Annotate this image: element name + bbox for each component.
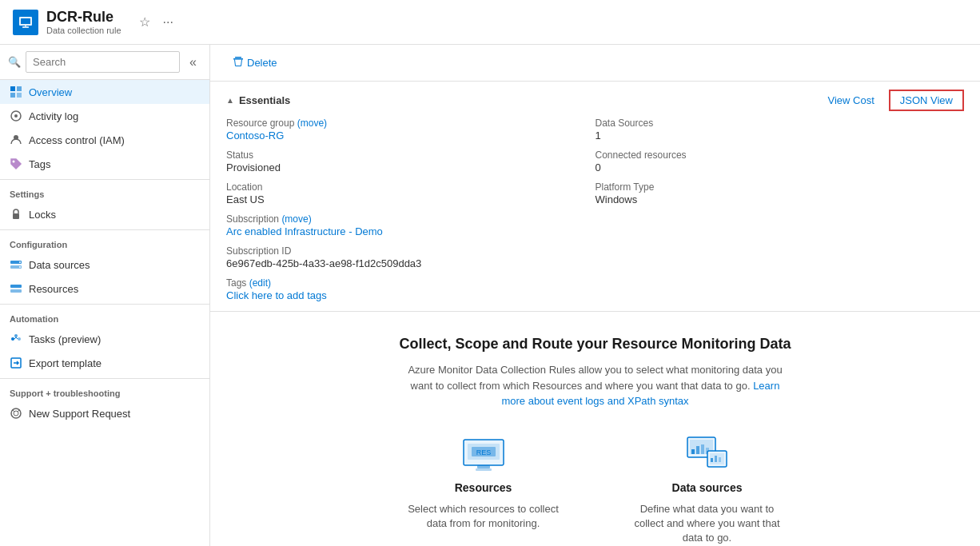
field-label-tags: Tags (edit) [226, 277, 596, 289]
section-automation: Automation [0, 304, 209, 327]
svg-rect-29 [233, 58, 243, 60]
svg-rect-30 [235, 57, 241, 58]
sidebar-tags-label: Tags [29, 158, 50, 170]
essentials-chevron: ▲ [226, 96, 234, 105]
field-label-rg: Resource group (move) [226, 118, 596, 129]
field-value-location: East US [226, 193, 596, 205]
add-tags-link[interactable]: Click here to add tags [226, 289, 596, 301]
resources-card-desc: Select which resources to collect data f… [404, 502, 564, 531]
favorite-button[interactable]: ☆ [136, 13, 153, 31]
svg-rect-18 [10, 289, 22, 293]
svg-point-19 [11, 337, 14, 341]
view-cost-button[interactable]: View Cost [819, 90, 882, 111]
toolbar: Delete [210, 45, 980, 82]
content-area: Delete ▲ Essentials View Cost JSON View … [210, 45, 980, 546]
sidebar-item-data-sources[interactable]: Data sources [0, 253, 209, 277]
resources-icon [10, 282, 22, 295]
search-icon: 🔍 [8, 56, 21, 68]
field-value-pt: Windows [596, 193, 965, 205]
svg-rect-34 [477, 465, 490, 468]
sidebar-item-tags[interactable]: Tags [0, 152, 209, 176]
subscription-link[interactable]: Arc enabled Infrastructure - Demo [226, 225, 596, 237]
field-label-pt: Platform Type [596, 181, 965, 193]
learn-more-link[interactable]: Learn more about event logs and XPath sy… [501, 380, 779, 408]
collapse-button[interactable]: « [185, 54, 201, 71]
sidebar-activity-label: Activity log [29, 110, 78, 122]
sidebar-tasks-label: Tasks (preview) [29, 333, 101, 345]
svg-rect-17 [10, 285, 22, 288]
field-subscription-id: Subscription ID 6e967edb-425b-4a33-ae98-… [226, 245, 596, 269]
svg-rect-41 [701, 444, 704, 454]
section-settings: Settings [0, 179, 209, 202]
overview-icon [10, 86, 22, 98]
sidebar-nav: Overview Activity log Ac [0, 80, 209, 176]
svg-text:RES: RES [476, 448, 491, 456]
field-value-subid: 6e967edb-425b-4a33-ae98-f1d2c509dda3 [226, 257, 596, 269]
sidebar-export-label: Export template [29, 357, 102, 369]
search-input[interactable] [26, 51, 180, 73]
field-label-status: Status [226, 149, 596, 161]
field-platform-type: Platform Type Windows [596, 181, 965, 205]
lock-icon [10, 208, 22, 221]
delete-button[interactable]: Delete [226, 53, 284, 73]
svg-rect-47 [719, 457, 721, 462]
field-label-location: Location [226, 181, 596, 193]
svg-rect-6 [10, 93, 15, 98]
sidebar-item-overview[interactable]: Overview [0, 80, 209, 104]
sidebar-item-iam[interactable]: Access control (IAM) [0, 128, 209, 152]
sidebar: 🔍 « Overview [0, 45, 210, 546]
iam-icon [10, 134, 22, 146]
datasources-icon [10, 258, 22, 271]
essentials-grid: Resource group (move) Contoso-RG Status … [226, 118, 964, 311]
activity-icon [10, 110, 22, 122]
export-icon [10, 357, 22, 369]
move-rg-link[interactable]: (move) [297, 118, 327, 129]
header-title-block: DCR-Rule Data collection rule [46, 9, 122, 36]
sidebar-item-support[interactable]: New Support Request [0, 401, 209, 425]
delete-label: Delete [247, 57, 277, 69]
search-box: 🔍 « [0, 45, 209, 80]
svg-rect-2 [22, 26, 29, 28]
tags-icon [10, 157, 22, 170]
sidebar-item-resources[interactable]: Resources [0, 277, 209, 301]
json-view-button[interactable]: JSON View [889, 90, 964, 111]
sidebar-support-label: New Support Request [29, 408, 130, 420]
field-location: Location East US [226, 181, 596, 205]
svg-rect-5 [17, 86, 22, 91]
svg-point-15 [19, 261, 21, 263]
resource-icon [13, 10, 38, 35]
move-sub-link[interactable]: (move) [281, 213, 311, 225]
essentials-actions: View Cost JSON View [819, 90, 964, 111]
info-section: Collect, Scope and Route your Resource M… [210, 312, 980, 546]
edit-tags-link[interactable]: (edit) [249, 277, 271, 289]
sidebar-item-tasks[interactable]: Tasks (preview) [0, 327, 209, 351]
field-status: Status Provisioned [226, 149, 596, 173]
info-card-data-sources: Data sources Define what data you want t… [627, 433, 787, 546]
delete-icon [233, 56, 244, 70]
svg-point-21 [18, 337, 21, 341]
essentials-section: ▲ Essentials View Cost JSON View Resourc… [210, 82, 980, 312]
sidebar-resources-label: Resources [29, 283, 78, 295]
more-button[interactable]: ··· [160, 13, 177, 31]
svg-rect-7 [17, 93, 22, 98]
svg-rect-1 [21, 18, 30, 24]
sidebar-item-locks[interactable]: Locks [0, 202, 209, 226]
field-label-ds: Data Sources [596, 118, 965, 129]
sidebar-iam-label: Access control (IAM) [29, 134, 125, 146]
essentials-col-left: Resource group (move) Contoso-RG Status … [226, 118, 596, 301]
resources-card-title: Resources [455, 481, 512, 494]
page-header: DCR-Rule Data collection rule ☆ ··· [0, 0, 980, 45]
svg-rect-45 [711, 458, 713, 462]
header-actions: ☆ ··· [136, 13, 177, 31]
info-card-resources: RES Resources Select which resources to … [404, 433, 564, 546]
tasks-icon [10, 333, 22, 345]
svg-point-26 [14, 411, 18, 416]
field-label-sub: Subscription (move) [226, 213, 596, 225]
resources-card-icon: RES [460, 433, 508, 473]
sidebar-item-export[interactable]: Export template [0, 351, 209, 375]
datasources-card-desc: Define what data you want to collect and… [627, 502, 787, 546]
sidebar-item-activity-log[interactable]: Activity log [0, 104, 209, 128]
resource-group-link[interactable]: Contoso-RG [226, 130, 596, 141]
page-subtitle: Data collection rule [46, 26, 122, 35]
field-connected-resources: Connected resources 0 [596, 149, 965, 173]
